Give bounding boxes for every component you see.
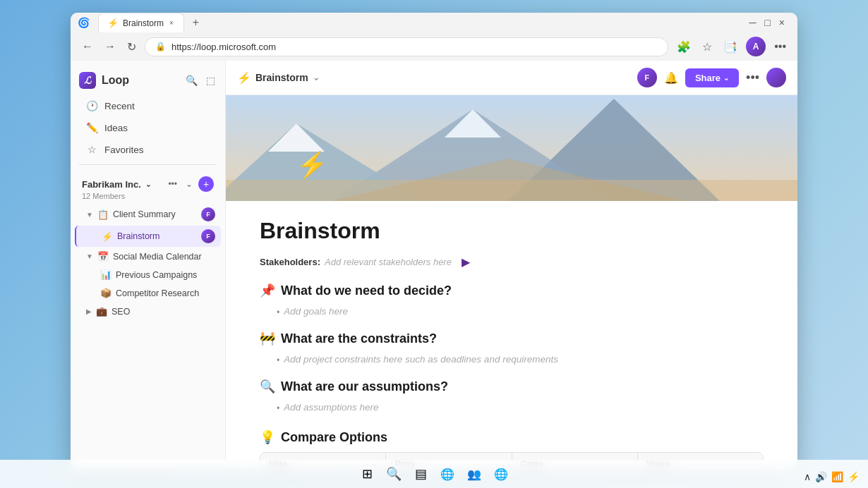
sidebar-expand-button[interactable]: ⬚: [205, 73, 217, 87]
refresh-button[interactable]: ↻: [124, 37, 139, 56]
bullet-dot-1: •: [277, 307, 279, 317]
tree-label-client-summary: Client Summary: [113, 209, 176, 219]
window-controls: 🌀: [78, 17, 90, 28]
browser-profile-avatar[interactable]: A: [746, 37, 766, 56]
workspace-header[interactable]: Fabrikam Inc. ⌄ ••• ⌄ +: [82, 176, 214, 192]
favorites-button[interactable]: ☆: [699, 37, 715, 56]
section1-title: What do we need to decide?: [281, 283, 452, 298]
section2-placeholder[interactable]: • Add project constraints here such as d…: [260, 352, 764, 367]
workspace-avatar-topbar: F: [637, 68, 657, 87]
breadcrumb-chevron: ⌄: [313, 73, 320, 83]
sidebar-label-ideas: Ideas: [104, 123, 128, 133]
tray-volume-icon[interactable]: 🔊: [815, 471, 827, 482]
tray-battery-icon[interactable]: ⚡: [848, 471, 860, 482]
lock-icon: 🔒: [155, 42, 166, 51]
workspace-actions: ••• ⌄ +: [165, 176, 214, 192]
close-button[interactable]: ×: [779, 17, 785, 28]
back-button[interactable]: ←: [79, 37, 96, 56]
tree-item-brainstorm[interactable]: ⚡ Brainstorm F: [75, 226, 221, 247]
app-content: ℒ Loop 🔍 ⬚ 🕐 Recent ✏️ Ideas: [71, 61, 797, 470]
compare-icon: 💡: [260, 429, 275, 445]
collections-button[interactable]: 📑: [721, 37, 740, 56]
taskbar-start-button[interactable]: ⊞: [356, 463, 378, 484]
main-topbar: ⚡ Brainstorm ⌄ F 🔔 Share ⌄ •••: [226, 61, 797, 95]
taskbar-teams-icon[interactable]: 👥: [464, 463, 485, 484]
workspace-chevron-button[interactable]: ⌄: [183, 178, 195, 190]
sidebar-item-favorites[interactable]: ☆ Favorites: [75, 139, 221, 160]
brainstorm-user-dot: F: [201, 229, 215, 243]
add-page-button[interactable]: +: [198, 176, 214, 192]
client-summary-icon: 📋: [97, 209, 109, 220]
address-bar[interactable]: 🔒 https://loop.microsoft.com: [145, 37, 668, 56]
settings-button[interactable]: •••: [771, 37, 789, 56]
taskbar-taskview-icon[interactable]: ▤: [410, 463, 431, 484]
tree-item-previous-campaigns[interactable]: 📊 Previous Campaigns: [75, 266, 221, 283]
sidebar-header-icons: 🔍 ⬚: [184, 73, 217, 87]
section1-placeholder[interactable]: • Add goals here: [260, 304, 764, 319]
browser-window: 🌀 ⚡ Brainstorm × + ─ □ × ← → ↻: [71, 13, 797, 470]
loop-icon: ℒ: [79, 72, 96, 89]
section1-placeholder-text: Add goals here: [284, 306, 348, 317]
tree-item-social-media[interactable]: ▼ 📅 Social Media Calendar: [75, 248, 221, 265]
tab-close-button[interactable]: ×: [168, 18, 175, 28]
share-button[interactable]: Share ⌄: [685, 68, 739, 87]
tree-item-competitor-research[interactable]: 📦 Competitor Research: [75, 284, 221, 302]
sidebar-item-recent[interactable]: 🕐 Recent: [75, 95, 221, 116]
doc-title: Brainstorm: [260, 218, 764, 244]
address-text: https://loop.microsoft.com: [171, 42, 276, 52]
taskbar: ⊞ 🔍 ▤ 🌐 👥 🌐 ∧ 🔊 📶 ⚡: [0, 460, 868, 488]
doc-body[interactable]: Brainstorm Stakeholders: Add relevant st…: [226, 201, 797, 470]
notification-bell-icon[interactable]: 🔔: [664, 71, 678, 85]
minimize-button[interactable]: ─: [749, 17, 756, 28]
active-tab[interactable]: ⚡ Brainstorm ×: [98, 13, 184, 32]
more-options-button[interactable]: •••: [746, 71, 759, 85]
section3-title: What are our assumptions?: [281, 379, 448, 394]
tree-label-brainstorm: Brainstorm: [117, 231, 159, 241]
section2-title: What are the constraints?: [281, 331, 437, 346]
tree-label-social-media: Social Media Calendar: [113, 252, 202, 262]
compare-title: Compare Options: [281, 430, 387, 445]
tree-item-seo[interactable]: ▶ 💼 SEO: [75, 303, 221, 320]
stakeholders-row: Stakeholders: Add relevant stakeholders …: [260, 255, 764, 269]
seo-chevron: ▶: [86, 307, 92, 315]
topbar-actions: F 🔔 Share ⌄ •••: [637, 68, 786, 87]
taskbar-edge-icon[interactable]: 🌐: [437, 463, 458, 484]
workspace-more-button[interactable]: •••: [165, 178, 180, 190]
user-avatar-topbar[interactable]: [766, 68, 786, 87]
share-chevron: ⌄: [723, 74, 729, 82]
new-tab-button[interactable]: +: [187, 13, 205, 32]
extensions-button[interactable]: 🧩: [674, 37, 694, 56]
section2-placeholder-text: Add project constraints here such as dea…: [284, 354, 558, 365]
sidebar-label-favorites: Favorites: [104, 145, 144, 155]
section3-placeholder[interactable]: • Add assumptions here: [260, 400, 764, 415]
sidebar-item-ideas[interactable]: ✏️ Ideas: [75, 117, 221, 138]
tab-bar: 🌀 ⚡ Brainstorm × + ─ □ ×: [71, 13, 797, 32]
section2-heading: 🚧 What are the constraints?: [260, 331, 764, 346]
section2-icon: 🚧: [260, 331, 275, 346]
browser-chrome: 🌀 ⚡ Brainstorm × + ─ □ × ← → ↻: [71, 13, 797, 61]
desktop: 🌀 ⚡ Brainstorm × + ─ □ × ← → ↻: [0, 0, 868, 488]
section1-heading: 📌 What do we need to decide?: [260, 283, 764, 298]
hero-image: ⚡: [226, 95, 797, 201]
workspace-members: 12 Members: [82, 192, 214, 200]
tray-network-icon[interactable]: 📶: [831, 471, 843, 482]
maximize-button[interactable]: □: [764, 17, 770, 28]
tree-item-client-summary[interactable]: ▼ 📋 Client Summary F: [75, 204, 221, 225]
favorites-icon: ☆: [86, 144, 97, 155]
taskbar-search-icon[interactable]: 🔍: [383, 463, 404, 484]
compare-heading: 💡 Compare Options: [260, 429, 764, 445]
forward-button[interactable]: →: [102, 37, 119, 56]
tree-label-previous-campaigns: Previous Campaigns: [116, 270, 197, 280]
tray-up-arrow[interactable]: ∧: [804, 471, 811, 482]
section1-icon: 📌: [260, 283, 275, 298]
nav-bar: ← → ↻ 🔒 https://loop.microsoft.com 🧩 ☆ 📑…: [71, 32, 797, 61]
ideas-icon: ✏️: [86, 122, 97, 133]
stakeholders-placeholder[interactable]: Add relevant stakeholders here: [325, 257, 452, 267]
brainstorm-icon: ⚡: [102, 231, 113, 242]
share-label: Share: [695, 73, 721, 83]
search-icon-button[interactable]: 🔍: [184, 73, 199, 87]
seo-icon: 💼: [96, 306, 107, 317]
taskbar-browser-icon[interactable]: 🌐: [490, 463, 512, 484]
tab-icon: ⚡: [107, 18, 119, 28]
tray-icons: ∧ 🔊 📶 ⚡: [804, 471, 860, 482]
